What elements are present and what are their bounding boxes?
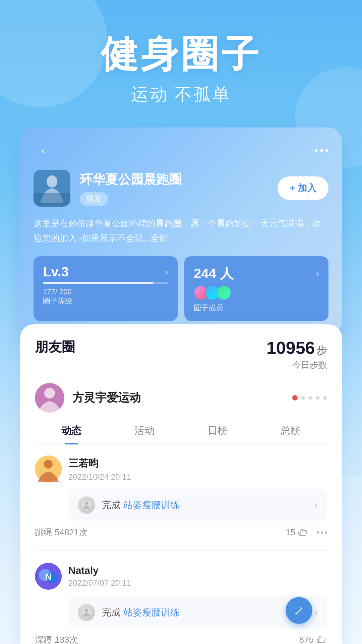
page-dot-4 [316,396,320,400]
feed-content-text-2: 完成 站姿瘦腰训练 [102,606,180,619]
tab-activity[interactable]: 活动 [108,416,181,444]
user-avatar [35,383,64,413]
dot3 [325,149,328,152]
feed-meta-1: 跳绳 54821次 15 [35,527,327,538]
level-arrow: › [165,267,168,277]
stat-top-level: Lv.3 › [43,264,168,279]
friend-circle-title: 朋友圈 [35,338,75,356]
level-label: 圈子等级 [43,296,168,306]
friend-card: 朋友圈 10956 步 今日步数 方灵宇爱运动 [20,324,342,644]
group-info-row: 环华夏公园晨跑圈 朋友 + 加入 [34,170,328,207]
members-value: 244 人 [194,264,233,283]
user-name: 方灵宇爱运动 [72,390,284,406]
steps-label: 今日步数 [266,359,327,371]
stat-box-level[interactable]: Lv.3 › 177/ 200 圈子等级 [34,256,178,321]
feed-item-1: 三若昀 2022/10/24 20:11 完成 站姿瘦腰训练 [35,455,327,551]
more-button[interactable] [315,149,328,152]
like-count-2: 875 [299,635,314,644]
feed-avatar-2: N [35,563,62,590]
sub-title: 运动 不孤单 [0,83,362,106]
page-dots [292,395,327,400]
svg-point-4 [44,388,55,398]
level-progress-bar [43,282,168,284]
back-button[interactable]: ‹ [34,141,52,160]
cards-area: ‹ 环华夏公园晨跑圈 朋友 [20,127,342,644]
feed-stat-1: 跳绳 54821次 [35,527,88,538]
feed-chevron-2: › [315,607,318,618]
tabs-row: 动态 活动 日榜 总榜 [35,416,327,445]
level-progress-fill [43,282,153,284]
menu-dot-sm-2 [321,531,323,534]
steps-unit: 步 [316,344,327,356]
workout-icon-1 [78,496,95,514]
feed-chevron-1: › [315,500,318,511]
more-menu-1[interactable] [317,531,327,534]
like-button-2[interactable]: 875 [299,635,327,644]
svg-point-1 [47,175,57,187]
page-dot-1 [292,395,298,400]
workout-icon-2 [78,604,95,621]
member-avatars [194,285,319,300]
user-row: 方灵宇爱运动 [35,383,327,413]
group-avatar-img [34,170,70,207]
feed-item-2: N Nataly 2022/07/07 20:11 [35,563,327,644]
feed-actions-2: 875 [299,635,327,644]
tab-total-rank[interactable]: 总榜 [254,416,327,444]
feed-content-text-1: 完成 站姿瘦腰训练 [102,499,180,512]
dot2 [320,149,323,152]
tab-daily-rank[interactable]: 日榜 [181,416,254,444]
feed-content-left-1: 完成 站姿瘦腰训练 [78,496,180,514]
feed-time-2: 2022/07/07 20:11 [68,578,131,588]
level-sub: 177/ 200 [43,287,168,296]
group-avatar [34,170,70,207]
feed-actions-1: 15 [286,527,327,538]
feed-meta-2: 深蹲 133次 875 [35,634,327,644]
feed-user-row-1: 三若昀 2022/10/24 20:11 [35,455,327,482]
feed-content-box-1[interactable]: 完成 站姿瘦腰训练 › [68,489,327,521]
group-stats: Lv.3 › 177/ 200 圈子等级 244 人 › [34,256,328,321]
menu-dot-sm-3 [325,531,327,534]
svg-point-8 [85,501,88,505]
svg-line-17 [296,608,302,614]
svg-text:N: N [45,572,52,582]
feed-user-info-2: Nataly 2022/07/07 20:11 [68,565,131,588]
header-section: 健身圈子 运动 不孤单 [0,34,362,106]
svg-point-15 [85,609,88,612]
group-tag: 朋友 [80,192,108,206]
menu-dot-sm-1 [317,531,319,534]
steps-section: 10956 步 今日步数 [266,338,327,371]
like-button-1[interactable]: 15 [286,527,309,538]
steps-row: 10956 步 [266,338,327,358]
feed-user-info-1: 三若昀 2022/10/24 20:11 [68,457,131,482]
group-name-section: 环华夏公园晨跑圈 朋友 [80,171,268,206]
stat-top-members: 244 人 › [194,264,319,283]
feed-time-1: 2022/10/24 20:11 [68,472,131,482]
feed-stat-2: 深蹲 133次 [35,634,78,644]
svg-point-6 [44,460,53,469]
mini-avatar-3 [217,285,231,300]
dot1 [315,149,318,152]
edit-fab-button[interactable] [286,597,312,624]
stat-box-members[interactable]: 244 人 › 圈子成员 [184,256,328,321]
main-title: 健身圈子 [0,34,362,75]
join-button[interactable]: + 加入 [278,176,328,200]
feed-content-left-2: 完成 站姿瘦腰训练 [78,604,180,621]
group-description: 这里是在孙侨路华夏公园环绕的晨跑圈，愿一个晨跑能使一天元气满满，欢迎您的加入~如… [34,216,328,246]
group-card: ‹ 环华夏公园晨跑圈 朋友 [20,127,342,334]
members-label: 圈子成员 [194,303,319,313]
feed-user-row-2: N Nataly 2022/07/07 20:11 [35,563,327,590]
friend-card-header: 朋友圈 10956 步 今日步数 [35,338,327,371]
page-dot-5 [323,396,327,400]
feed-avatar-1 [35,455,62,482]
svg-rect-2 [34,193,70,207]
feed-username-1: 三若昀 [68,457,131,470]
page-dot-3 [308,396,312,400]
feed-username-2: Nataly [68,565,131,576]
group-card-header: ‹ [34,141,328,160]
level-value: Lv.3 [43,264,69,279]
like-count-1: 15 [286,527,295,538]
group-name: 环华夏公园晨跑圈 [80,171,268,188]
tab-dynamics[interactable]: 动态 [35,416,108,444]
page-dot-2 [301,396,305,400]
steps-value: 10956 [266,338,315,358]
